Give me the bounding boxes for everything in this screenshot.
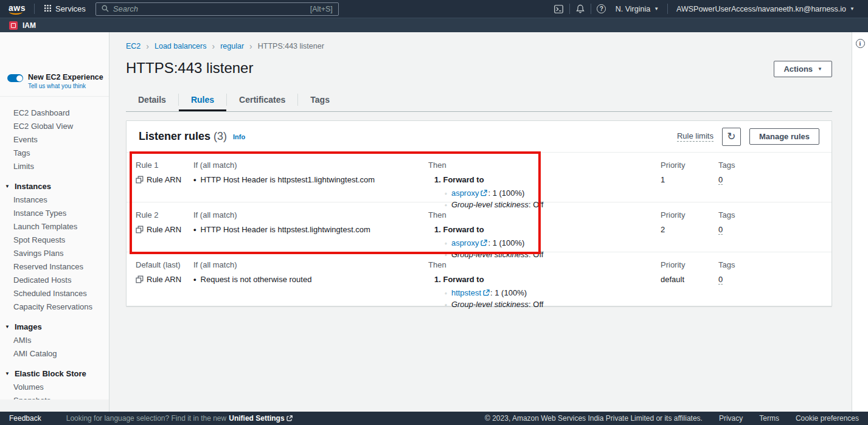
copy-icon [136,176,144,184]
services-menu[interactable]: Services [37,0,93,18]
aws-logo[interactable]: aws [7,3,32,15]
divider [34,4,35,14]
terms-link[interactable]: Terms [759,414,779,423]
sidebar-item-reserved-instances[interactable]: Reserved Instances [0,260,109,274]
external-link-icon [481,240,487,246]
app-grid-icon [44,4,51,13]
target-group-link[interactable]: asproxy [451,238,479,247]
tags-count-link[interactable]: 0 [718,275,723,285]
panel-title: Listener rules [139,130,210,143]
cookie-preferences-link[interactable]: Cookie preferences [796,414,859,423]
account-menu[interactable]: AWSPowerUserAccess/navaneeth.kn@harness.… [670,5,861,13]
notifications-bell-button[interactable] [572,2,588,16]
sidebar-item-launch-templates[interactable]: Launch Templates [0,220,109,233]
sidebar-item-ec2-dashboard[interactable]: EC2 Dashboard [0,106,109,120]
chevron-down-icon [850,6,855,12]
favorite-iam-link[interactable]: IAM [23,21,36,30]
info-icon[interactable] [856,39,865,48]
sidebar-item-capacity-reservations[interactable]: Capacity Reservations [0,300,109,314]
sidebar-item-volumes[interactable]: Volumes [0,381,109,394]
sidebar-section-images[interactable]: Images [0,320,109,334]
iam-service-icon [9,21,18,30]
info-link[interactable]: Info [233,133,245,140]
sidebar-nav: EC2 Dashboard EC2 Global View Events Tag… [0,106,109,407]
breadcrumb: EC2 Load balancers regular HTTPS:443 lis… [126,32,832,50]
rule-name: Rule 2 [136,210,193,219]
breadcrumb-regular[interactable]: regular [220,42,244,50]
sidebar-item-tags[interactable]: Tags [0,147,109,160]
tab-certificates[interactable]: Certificates [227,92,297,111]
rule-limits-link[interactable]: Rule limits [677,131,713,142]
divider [569,4,570,14]
circle-bullet-icon [445,240,447,247]
rule-row-2: Rule 2 Rule ARN If (all match) •HTTP Hos… [127,202,832,252]
rule-arn-copy[interactable]: Rule ARN [136,275,193,284]
refresh-button[interactable] [722,128,741,146]
tags-count-link[interactable]: 0 [718,175,723,185]
external-link-icon [481,190,487,196]
chevron-right-icon [249,43,252,49]
copy-icon [136,275,144,283]
sidebar-item-ami-catalog[interactable]: AMI Catalog [0,347,109,361]
listener-rules-header: Listener rules (3) Info Rule limits Mana… [127,121,832,153]
global-search[interactable]: [Alt+S] [95,2,339,16]
sidebar-item-scheduled-instances[interactable]: Scheduled Instances [0,287,109,300]
tell-us-link[interactable]: Tell us what you think [28,83,103,91]
circle-bullet-icon [445,289,447,297]
external-link-icon [483,289,490,296]
manage-rules-button[interactable]: Manage rules [749,128,819,145]
help-panel-strip [852,32,868,412]
circle-bullet-icon [445,201,447,209]
question-mark-icon [597,4,606,13]
sidebar-item-ec2-global-view[interactable]: EC2 Global View [0,120,109,133]
rule-arn-copy[interactable]: Rule ARN [136,175,193,184]
circle-bullet-icon [445,251,447,258]
tab-rules[interactable]: Rules [179,92,226,111]
aws-console-page: aws Services [Alt+S] [0,0,868,425]
region-selector[interactable]: N. Virginia [609,5,665,13]
sidebar-item-instances[interactable]: Instances [0,193,109,207]
breadcrumb-ec2[interactable]: EC2 [126,42,141,50]
sidebar-item-savings-plans[interactable]: Savings Plans [0,247,109,260]
tags-count-link[interactable]: 0 [718,225,723,235]
breadcrumb-load-balancers[interactable]: Load balancers [155,42,206,50]
feedback-link[interactable]: Feedback [9,414,41,423]
sidebar-section-elastic-block-store[interactable]: Elastic Block Store [0,367,109,381]
new-experience-toggle[interactable] [7,74,23,82]
external-link-icon [286,415,293,421]
privacy-link[interactable]: Privacy [719,414,743,423]
rule-name: Rule 1 [136,161,193,170]
target-group-link[interactable]: asproxy [451,188,479,198]
rule-then-cell: Then 1. Forward to asproxy [428,161,661,212]
rule-priority-cell: Priority 2 [661,210,718,261]
chevron-right-icon [146,43,149,49]
rule-then-cell: Then 1. Forward to asproxy [428,210,661,261]
sidebar-item-spot-requests[interactable]: Spot Requests [0,233,109,247]
footer-bar: Feedback Looking for language selection?… [0,412,868,425]
sidebar-item-events[interactable]: Events [0,133,109,147]
search-shortcut: [Alt+S] [310,5,333,13]
new-experience-title: New EC2 Experience [28,73,103,83]
cloudshell-button[interactable] [551,2,567,16]
rules-list: Rule 1 Rule ARN If (all match) •HTTP Hos… [127,153,832,306]
sidebar-item-limits[interactable]: Limits [0,160,109,173]
top-nav-bar: aws Services [Alt+S] [0,0,868,18]
unified-settings-link[interactable]: Unified Settings [229,414,292,423]
copy-icon [136,226,144,233]
rule-priority-cell: Priority 1 [661,161,718,212]
sidebar-item-instance-types[interactable]: Instance Types [0,207,109,220]
rule-arn-copy[interactable]: Rule ARN [136,225,193,234]
chevron-right-icon [212,43,215,49]
rule-name-cell: Default (last) Rule ARN [136,260,193,311]
tab-details[interactable]: Details [126,92,178,111]
actions-button[interactable]: Actions [774,61,832,77]
target-group-link[interactable]: httpstest [451,288,481,297]
sidebar-item-amis[interactable]: AMIs [0,334,109,347]
rule-count: (3) [214,130,227,143]
tab-tags[interactable]: Tags [298,92,342,111]
sidebar-section-instances[interactable]: Instances [0,179,109,193]
page-header: HTTPS:443 listener Actions [126,60,832,77]
search-input[interactable] [113,4,306,13]
help-button[interactable] [594,2,609,16]
sidebar-item-dedicated-hosts[interactable]: Dedicated Hosts [0,274,109,287]
